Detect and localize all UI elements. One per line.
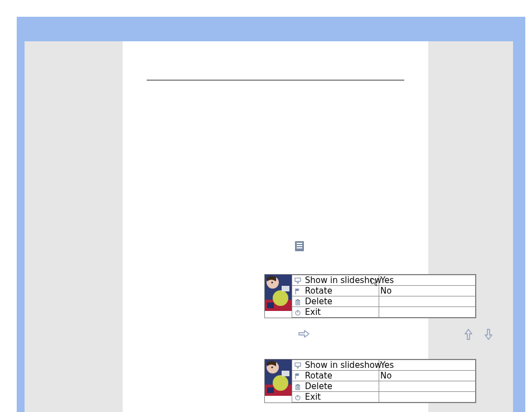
menu-row-delete[interactable]: Delete xyxy=(292,381,476,392)
flag-icon xyxy=(293,286,302,296)
svg-point-2 xyxy=(273,290,288,306)
photo-menu-2: Show in slideshow Yes Rotate No xyxy=(264,359,476,403)
menu-row-rotate[interactable]: Rotate No xyxy=(292,286,476,296)
viewport: Show in slideshow Yes Rotate No xyxy=(0,0,532,412)
options-table: Show in slideshow Yes Rotate No xyxy=(292,275,476,318)
svg-rect-15 xyxy=(282,371,289,376)
arrow-up-icon[interactable] xyxy=(463,328,474,342)
photo-thumbnail xyxy=(265,275,292,311)
photo-thumbnail xyxy=(265,360,292,396)
menu-item-label: Exit xyxy=(305,307,321,317)
nav-arrows xyxy=(264,328,499,342)
projector-icon xyxy=(293,276,302,285)
document-page: Show in slideshow Yes Rotate No xyxy=(123,41,428,412)
menu-item-label: Delete xyxy=(305,296,332,306)
photo-menu-1: Show in slideshow Yes Rotate No xyxy=(264,274,476,318)
svg-point-4 xyxy=(271,281,273,283)
menu-row-exit[interactable]: Exit xyxy=(292,307,476,318)
arrow-right-icon[interactable] xyxy=(298,328,310,341)
svg-rect-17 xyxy=(295,363,301,366)
menu-item-label: Exit xyxy=(305,392,321,402)
projector-icon xyxy=(293,361,302,370)
menu-item-label: Show in slideshow xyxy=(305,275,381,285)
copy-icon xyxy=(295,241,304,251)
arrow-down-icon[interactable] xyxy=(483,328,494,342)
horizontal-rule xyxy=(147,80,404,80)
svg-rect-7 xyxy=(295,278,301,281)
svg-point-12 xyxy=(273,375,288,391)
svg-rect-5 xyxy=(282,286,289,291)
power-icon xyxy=(293,392,302,402)
menu-item-value: Yes xyxy=(380,360,394,370)
svg-point-14 xyxy=(271,366,273,368)
menu-row-show-in-slideshow[interactable]: Show in slideshow Yes xyxy=(292,275,476,286)
menu-row-delete[interactable]: Delete xyxy=(292,296,476,307)
menu-item-value: No xyxy=(380,371,391,381)
power-icon xyxy=(293,308,302,317)
svg-rect-16 xyxy=(267,387,274,393)
trash-icon xyxy=(293,297,302,306)
options-table: Show in slideshow Yes Rotate No xyxy=(292,360,476,403)
menu-item-label: Rotate xyxy=(305,286,332,296)
menu-row-rotate[interactable]: Rotate No xyxy=(292,371,476,381)
menu-item-label: Show in slideshow xyxy=(305,360,381,370)
menu-item-value: No xyxy=(380,286,391,296)
flag-icon xyxy=(293,371,302,381)
menu-row-exit[interactable]: Exit xyxy=(292,392,476,403)
menu-row-show-in-slideshow[interactable]: Show in slideshow Yes xyxy=(292,360,476,371)
menu-item-value: Yes xyxy=(380,275,394,285)
menu-item-label: Delete xyxy=(305,381,332,391)
menu-item-label: Rotate xyxy=(305,371,332,381)
svg-rect-6 xyxy=(267,303,274,308)
trash-icon xyxy=(293,382,302,391)
